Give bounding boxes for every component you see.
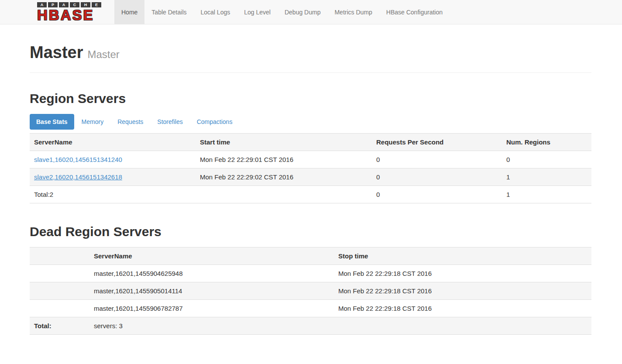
table-total-row: Total: servers: 3	[30, 317, 591, 334]
page-subtitle: Master	[88, 48, 120, 60]
col-header-stop-time: Stop time	[334, 247, 591, 264]
table-row: slave2,16020,1456151342618 Mon Feb 22 22…	[30, 168, 591, 185]
col-header-servername: ServerName	[89, 247, 334, 264]
region-servers-tabs: Base Stats Memory Requests Storefiles Co…	[30, 114, 591, 130]
server-link-slave1[interactable]: slave1,16020,1456151341240	[34, 156, 122, 163]
hbase-logo[interactable]: A P A C H E HBASE	[37, 0, 101, 24]
logo-letter: P	[48, 2, 58, 7]
stop-time-cell: Mon Feb 22 22:29:18 CST 2016	[334, 282, 591, 299]
region-servers-section: Region Servers Base Stats Memory Request…	[30, 91, 591, 203]
total-rps-cell: 0	[372, 185, 502, 203]
total-servers-cell: servers: 3	[89, 317, 334, 334]
tab-compactions[interactable]: Compactions	[190, 114, 239, 130]
region-servers-heading: Region Servers	[30, 91, 591, 106]
nav-item-debug-dump[interactable]: Debug Dump	[278, 0, 328, 24]
header-divider	[30, 72, 591, 73]
col-header-servername: ServerName	[30, 133, 196, 151]
stop-time-cell: Mon Feb 22 22:29:18 CST 2016	[334, 299, 591, 317]
nav-item-table-details[interactable]: Table Details	[144, 0, 193, 24]
logo-letter: E	[92, 2, 101, 7]
total-label: Total:	[30, 317, 89, 334]
dead-server-name-cell: master,16201,1455904625948	[89, 264, 334, 282]
logo-letter: H	[81, 2, 90, 7]
table-total-row: Total:2 0 1	[30, 185, 591, 203]
dead-region-servers-table: ServerName Stop time master,16201,145590…	[30, 247, 591, 335]
total-label: Total:2	[30, 185, 196, 203]
num-regions-cell: 0	[502, 151, 591, 168]
start-time-cell: Mon Feb 22 22:29:02 CST 2016	[196, 168, 372, 185]
logo-letter: C	[70, 2, 79, 7]
dead-server-name-cell: master,16201,1455906782787	[89, 299, 334, 317]
nav-item-local-logs[interactable]: Local Logs	[194, 0, 237, 24]
navbar-menu: Home Table Details Local Logs Log Level …	[114, 0, 450, 24]
stop-time-cell: Mon Feb 22 22:29:18 CST 2016	[334, 264, 591, 282]
nav-item-home[interactable]: Home	[114, 0, 144, 24]
dead-region-servers-section: Dead Region Servers ServerName Stop time…	[30, 224, 591, 335]
logo-letter: A	[59, 2, 69, 7]
rps-cell: 0	[372, 168, 502, 185]
nav-item-metrics-dump[interactable]: Metrics Dump	[327, 0, 379, 24]
start-time-cell: Mon Feb 22 22:29:01 CST 2016	[196, 151, 372, 168]
table-row: master,16201,1455904625948 Mon Feb 22 22…	[30, 264, 591, 282]
page-content: MasterMaster Region Servers Base Stats M…	[0, 44, 622, 335]
total-regions-cell: 1	[502, 185, 591, 203]
table-row: master,16201,1455906782787 Mon Feb 22 22…	[30, 299, 591, 317]
table-header-row: ServerName Start time Requests Per Secon…	[30, 133, 591, 151]
col-header-requests-per-second: Requests Per Second	[372, 133, 502, 151]
num-regions-cell: 1	[502, 168, 591, 185]
dead-region-servers-heading: Dead Region Servers	[30, 224, 591, 239]
region-servers-table: ServerName Start time Requests Per Secon…	[30, 133, 591, 203]
apache-logo-letters: A P A C H E	[37, 2, 101, 7]
col-header-num-regions: Num. Regions	[502, 133, 591, 151]
col-header-start-time: Start time	[196, 133, 372, 151]
table-row: slave1,16020,1456151341240 Mon Feb 22 22…	[30, 151, 591, 168]
table-header-row: ServerName Stop time	[30, 247, 591, 264]
table-row: master,16201,1455905014114 Mon Feb 22 22…	[30, 282, 591, 299]
dead-server-name-cell: master,16201,1455905014114	[89, 282, 334, 299]
tab-base-stats[interactable]: Base Stats	[30, 114, 74, 130]
total-start-cell	[196, 185, 372, 203]
top-navbar: A P A C H E HBASE Home Table Details Loc…	[0, 0, 622, 24]
nav-item-hbase-configuration[interactable]: HBase Configuration	[379, 0, 450, 24]
tab-requests[interactable]: Requests	[111, 114, 150, 130]
rps-cell: 0	[372, 151, 502, 168]
col-header-empty	[30, 247, 89, 264]
page-title: Master	[30, 44, 83, 62]
tab-storefiles[interactable]: Storefiles	[151, 114, 189, 130]
page-header: MasterMaster	[30, 44, 591, 62]
logo-letter: A	[37, 2, 47, 7]
tab-memory[interactable]: Memory	[75, 114, 110, 130]
nav-item-log-level[interactable]: Log Level	[237, 0, 278, 24]
server-link-slave2[interactable]: slave2,16020,1456151342618	[34, 173, 122, 181]
hbase-logo-wordmark: HBASE	[37, 8, 101, 22]
